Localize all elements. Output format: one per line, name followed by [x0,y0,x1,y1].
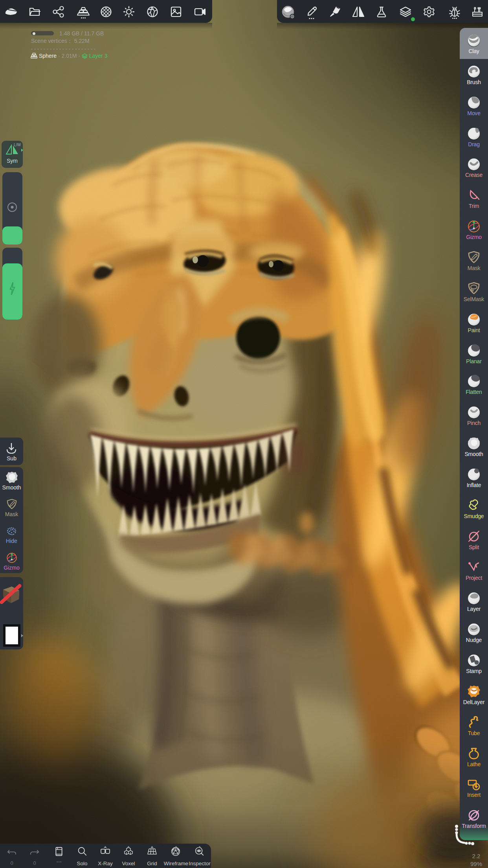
svg-text:L/W: L/W [14,143,21,147]
svg-text:Sym: Sym [7,158,18,164]
svg-text:Sub: Sub [7,455,17,462]
